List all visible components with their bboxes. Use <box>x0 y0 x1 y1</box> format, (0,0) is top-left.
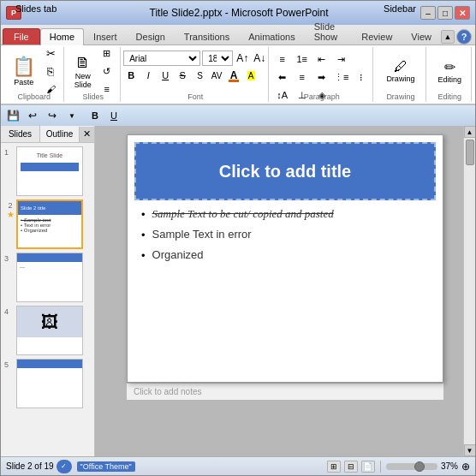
slide-image-2[interactable]: Slide 2 title • Sample text • Text in er… <box>16 199 83 249</box>
slide-num-3: 3 <box>4 253 16 263</box>
slide-thumb-3[interactable]: 3 — <box>4 253 91 302</box>
zoom-in-button[interactable]: ⊕ <box>461 461 470 473</box>
tab-insert[interactable]: Insert <box>84 28 127 45</box>
text-direction-button[interactable]: ↕A <box>273 86 292 104</box>
tab-review[interactable]: Review <box>352 28 402 45</box>
clipboard-small-buttons: ✂ ⎘ 🖌 <box>41 45 60 98</box>
align-left-button[interactable]: ⬅ <box>273 68 292 86</box>
tab-animations[interactable]: Animations <box>239 28 304 45</box>
font-spacing-button[interactable]: AV <box>209 68 224 83</box>
font-color-button[interactable]: A <box>226 68 241 83</box>
normal-view-button[interactable]: ⊞ <box>327 461 341 473</box>
editing-label: Editing <box>437 75 461 84</box>
maximize-button[interactable]: □ <box>437 6 453 20</box>
paste-icon: 📋 <box>12 56 35 78</box>
paste-button[interactable]: 📋 Paste <box>8 51 39 92</box>
slide-thumb-4[interactable]: 4 🖼 <box>4 306 91 355</box>
notes-bar[interactable]: Click to add notes <box>127 383 443 400</box>
ribbon-collapse-button[interactable]: ▲ <box>441 30 455 44</box>
slide-image-4[interactable]: 🖼 <box>16 306 83 355</box>
bullet-text-3: Organized <box>152 248 204 261</box>
quick-access-toolbar: 💾 ↩ ↪ ▼ B U <box>1 105 475 126</box>
editing-button[interactable]: ✏ Editing <box>432 51 467 92</box>
slide-info: Slide 2 of 19 ✓ <box>6 460 72 473</box>
slides-small-buttons: ⊞ ↺ ≡ <box>98 45 116 98</box>
drawing-button[interactable]: 🖊 Drawing <box>382 51 419 92</box>
bold-button[interactable]: B <box>123 68 139 83</box>
slide-image-1[interactable]: Title Slide <box>16 146 83 196</box>
slide5-header <box>17 360 82 368</box>
align-right-button[interactable]: ➡ <box>312 68 331 86</box>
tab-transitions[interactable]: Transitions <box>175 28 239 45</box>
status-left: Slide 2 of 19 ✓ "Office Theme" <box>6 460 320 473</box>
zoom-slider[interactable] <box>386 463 437 470</box>
columns-button[interactable]: ⫶ <box>352 68 371 86</box>
font-size-select[interactable]: 18 <box>202 51 233 66</box>
bullets-button[interactable]: ≡ <box>273 51 292 68</box>
slide-title-area[interactable]: Click to add title <box>134 142 436 200</box>
scroll-down-button[interactable]: ▼ <box>464 444 476 456</box>
minimize-button[interactable]: – <box>420 6 436 20</box>
copy-button[interactable]: ⎘ <box>41 62 60 80</box>
font-family-select[interactable]: Arial <box>123 51 200 66</box>
theme-button[interactable]: "Office Theme" <box>77 461 135 472</box>
cut-button[interactable]: ✂ <box>41 45 60 62</box>
new-slide-button[interactable]: 🗎 New Slide <box>70 51 96 92</box>
slide-num-4: 4 <box>4 306 16 316</box>
slide-sorter-button[interactable]: ⊟ <box>344 461 358 473</box>
scroll-thumb[interactable] <box>466 140 474 165</box>
undo-button[interactable]: ↩ <box>24 108 41 123</box>
paste-label: Paste <box>14 78 33 86</box>
slides-tab[interactable]: Slides <box>1 126 40 142</box>
slides-list: 1 Title Slide 2 ★ <box>1 143 94 456</box>
scroll-up-button[interactable]: ▲ <box>464 126 476 138</box>
font-label: Font <box>187 92 203 101</box>
slide-panel: Slides Outline ✕ 1 Title Slide <box>1 126 95 456</box>
increase-font-button[interactable]: A↑ <box>235 51 250 66</box>
powerpoint-icon: P <box>6 6 21 20</box>
align-center-button[interactable]: ≡ <box>293 68 312 86</box>
increase-indent-button[interactable]: ⇥ <box>332 51 351 68</box>
save-button[interactable]: 💾 <box>4 108 21 123</box>
slide-thumb-2[interactable]: 2 ★ Slide 2 title • Sample text • Text i… <box>4 199 91 249</box>
justify-button[interactable]: ⋮≡ <box>332 68 351 86</box>
tab-file[interactable]: File <box>3 28 40 45</box>
layout-button[interactable]: ⊞ <box>98 45 116 62</box>
close-button[interactable]: ✕ <box>455 6 470 20</box>
underline-button[interactable]: U <box>158 68 173 83</box>
editing-group-content: ✏ Editing <box>432 49 467 93</box>
tab-slide-show[interactable]: Slide Show <box>305 18 353 45</box>
decrease-font-button[interactable]: A↓ <box>252 51 267 66</box>
slide2-header-text: Slide 2 title <box>21 205 45 211</box>
scroll-track <box>464 138 476 444</box>
slide-image-3[interactable]: — <box>16 253 83 302</box>
panel-close-button[interactable]: ✕ <box>79 127 94 142</box>
slides-group: 🗎 New Slide ⊞ ↺ ≡ Slides <box>66 47 121 102</box>
reading-view-button[interactable]: 📄 <box>361 461 375 473</box>
help-button[interactable]: ? <box>456 29 472 45</box>
redo-button[interactable]: ↪ <box>44 108 61 123</box>
underline-quick-button[interactable]: U <box>105 108 122 123</box>
drawing-group: 🖊 Drawing Drawing <box>375 47 426 102</box>
slide1-content: Title Slide <box>17 147 82 175</box>
reset-button[interactable]: ↺ <box>98 62 116 80</box>
tab-view[interactable]: View <box>402 28 441 45</box>
tab-design[interactable]: Design <box>127 28 175 45</box>
decrease-indent-button[interactable]: ⇤ <box>312 51 331 68</box>
shadow-button[interactable]: S <box>192 68 207 83</box>
numbering-button[interactable]: 1≡ <box>293 51 312 68</box>
editing-group-label: Editing <box>437 92 461 101</box>
bullet-dot-2: • <box>141 229 146 241</box>
italic-button[interactable]: I <box>140 68 156 83</box>
slide-thumb-1[interactable]: 1 Title Slide <box>4 146 91 196</box>
quick-access-dropdown[interactable]: ▼ <box>63 108 80 123</box>
window-controls: – □ ✕ <box>420 6 470 20</box>
bold-quick-button[interactable]: B <box>86 108 104 123</box>
slide-image-5[interactable] <box>16 359 83 408</box>
outline-tab[interactable]: Outline <box>40 126 79 142</box>
tab-home[interactable]: Home <box>40 28 84 45</box>
main-area: Slides Outline ✕ 1 Title Slide <box>1 126 475 456</box>
text-highlight-button[interactable]: A <box>243 68 259 83</box>
strikethrough-button[interactable]: S <box>175 68 190 83</box>
slide-thumb-5[interactable]: 5 <box>4 359 91 408</box>
